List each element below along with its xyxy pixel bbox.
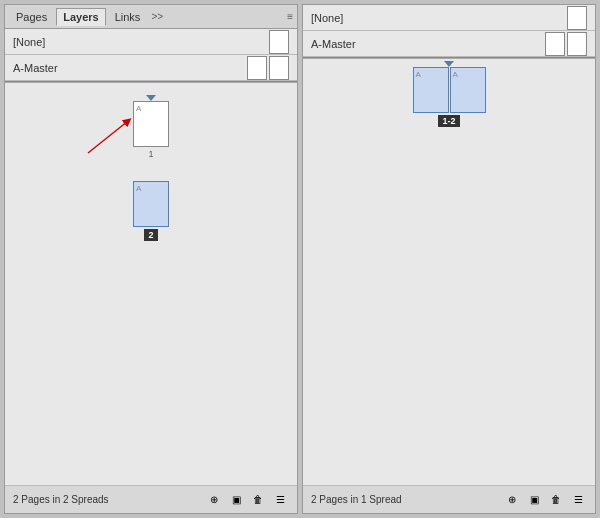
right-none-thumb xyxy=(567,6,587,30)
page2-letter: A xyxy=(136,184,141,193)
panel-menu-icon[interactable]: ≡ xyxy=(287,11,293,22)
spread-page-right[interactable]: A xyxy=(450,67,486,113)
left-footer-icons: ⊕ ▣ 🗑 ☰ xyxy=(205,491,289,509)
page1-thumb[interactable]: A xyxy=(133,101,169,147)
right-amaster-thumb-right xyxy=(567,32,587,56)
right-footer-icons: ⊕ ▣ 🗑 ☰ xyxy=(503,491,587,509)
right-none-row: [None] xyxy=(303,5,595,31)
page2-number-label: 2 xyxy=(144,229,157,241)
right-amaster-thumb-left xyxy=(545,32,565,56)
left-footer-text: 2 Pages in 2 Spreads xyxy=(13,494,109,505)
svg-line-1 xyxy=(88,121,128,153)
right-new-page-icon[interactable]: ⊕ xyxy=(503,491,521,509)
right-footer: 2 Pages in 1 Spread ⊕ ▣ 🗑 ☰ xyxy=(303,485,595,513)
left-footer: 2 Pages in 2 Spreads ⊕ ▣ 🗑 ☰ xyxy=(5,485,297,513)
right-none-label: [None] xyxy=(311,12,343,24)
panel-options-icon[interactable]: ☰ xyxy=(271,491,289,509)
delete-page-icon[interactable]: 🗑 xyxy=(249,491,267,509)
spread-pages: A A xyxy=(413,67,486,113)
page2-thumb[interactable]: A xyxy=(133,181,169,227)
spread-page-left[interactable]: A xyxy=(413,67,449,113)
tab-links[interactable]: Links xyxy=(108,8,148,26)
right-new-spread-icon[interactable]: ▣ xyxy=(525,491,543,509)
none-thumb xyxy=(269,30,289,54)
spread-page-left-letter: A xyxy=(416,70,421,79)
tab-pages[interactable]: Pages xyxy=(9,8,54,26)
amaster-thumb-left xyxy=(247,56,267,80)
new-spread-icon[interactable]: ▣ xyxy=(227,491,245,509)
page1-letter: A xyxy=(136,104,141,113)
right-amaster-label: A-Master xyxy=(311,38,356,50)
right-amaster-row: A-Master xyxy=(303,31,595,57)
tab-overflow-icon[interactable]: >> xyxy=(151,11,163,22)
spread-number-label: 1-2 xyxy=(438,115,459,127)
amaster-thumb-right xyxy=(269,56,289,80)
amaster-label: A-Master xyxy=(13,62,58,74)
left-panel-tabs: Pages Layers Links >> ≡ xyxy=(5,5,297,29)
amaster-row: A-Master xyxy=(5,55,297,81)
right-panel: [None] A-Master A A 1-2 xyxy=(302,4,596,514)
spread-page-right-letter: A xyxy=(453,70,458,79)
new-page-icon[interactable]: ⊕ xyxy=(205,491,223,509)
right-pages-area: A A 1-2 xyxy=(303,59,595,485)
left-panel: Pages Layers Links >> ≡ [None] A-Master … xyxy=(4,4,298,514)
none-row: [None] xyxy=(5,29,297,55)
tab-layers[interactable]: Layers xyxy=(56,8,105,26)
none-label: [None] xyxy=(13,36,45,48)
pages-area: A 1 A 2 xyxy=(5,83,297,485)
right-delete-page-icon[interactable]: 🗑 xyxy=(547,491,565,509)
page1-number: 1 xyxy=(148,149,153,159)
spread-container: A A 1-2 xyxy=(413,67,486,127)
right-panel-options-icon[interactable]: ☰ xyxy=(569,491,587,509)
right-footer-text: 2 Pages in 1 Spread xyxy=(311,494,402,505)
